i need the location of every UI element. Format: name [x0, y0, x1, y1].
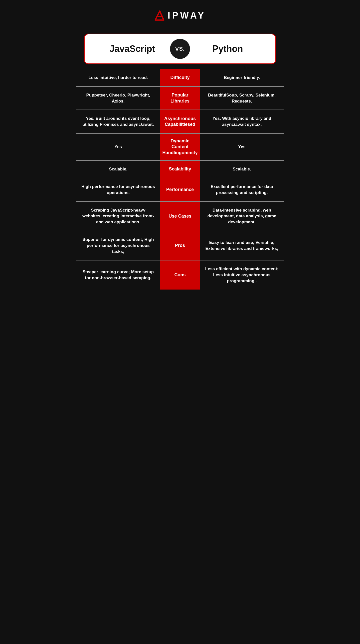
vs-text: VS.	[175, 46, 185, 52]
cell-left-8: Steeper learning curve; More setup for n…	[76, 260, 160, 289]
vs-right-label: Python	[190, 44, 265, 54]
table-row: Yes. Built around its event loop, utiliz…	[76, 110, 284, 134]
vs-circle: VS.	[170, 39, 190, 59]
cell-left-6: Scraping JavaScript-heavy websites, crea…	[76, 202, 160, 231]
cell-mid-8: Cons	[160, 260, 200, 289]
cell-mid-3: Dynamic Content Handlingonimity	[160, 134, 200, 160]
table-row: High performance for asynchronous operat…	[76, 178, 284, 202]
table-row: YesDynamic Content HandlingonimityYes	[76, 134, 284, 161]
cell-mid-7: Pros	[160, 231, 200, 260]
cell-right-2: Yes. With asyncio library and async/awai…	[200, 110, 284, 133]
cell-right-3: Yes	[200, 134, 284, 160]
cell-mid-1: Popular Libraries	[160, 87, 200, 110]
table-row: Puppeteer, Cheerio, Playwright, Axios.Po…	[76, 87, 284, 110]
cell-mid-2: Asynchronous Capabilitiesed	[160, 110, 200, 133]
table-row: Less intuitive, harder to read.Difficult…	[76, 69, 284, 87]
cell-mid-6: Use Cases	[160, 202, 200, 231]
table-row: Scalable.ScalabilityScalable.	[76, 161, 284, 178]
cell-right-1: BeautifulSoup, Scrapy, Selenium, Request…	[200, 87, 284, 110]
cell-right-5: Excellent performance for data processin…	[200, 178, 284, 201]
cell-left-0: Less intuitive, harder to read.	[76, 69, 160, 86]
cell-left-1: Puppeteer, Cheerio, Playwright, Axios.	[76, 87, 160, 110]
comparison-table: Less intuitive, harder to read.Difficult…	[76, 69, 284, 290]
table-row: Steeper learning curve; More setup for n…	[76, 260, 284, 289]
cell-left-2: Yes. Built around its event loop, utiliz…	[76, 110, 160, 133]
header: IPWAY	[76, 0, 284, 29]
cell-left-3: Yes	[76, 134, 160, 160]
cell-right-7: Easy to learn and use; Versatile; Extens…	[200, 231, 284, 260]
cell-left-5: High performance for asynchronous operat…	[76, 178, 160, 201]
logo-icon	[154, 10, 165, 21]
cell-right-8: Less efficient with dynamic content; Les…	[200, 260, 284, 289]
svg-line-1	[160, 11, 164, 20]
cell-mid-4: Scalability	[160, 161, 200, 178]
table-row: Scraping JavaScript-heavy websites, crea…	[76, 202, 284, 231]
cell-left-4: Scalable.	[76, 161, 160, 178]
cell-right-0: Beginner-friendly.	[200, 69, 284, 86]
logo-text: IPWAY	[168, 10, 206, 21]
cell-mid-0: Difficulty	[160, 69, 200, 86]
vs-container: JavaScript VS. Python	[76, 29, 284, 64]
cell-right-6: Data-intensive scraping, web development…	[200, 202, 284, 231]
cell-right-4: Scalable.	[200, 161, 284, 178]
cell-left-7: Superior for dynamic content; High perfo…	[76, 231, 160, 260]
vs-box: JavaScript VS. Python	[84, 34, 276, 64]
vs-left-label: JavaScript	[95, 44, 170, 54]
cell-mid-5: Performance	[160, 178, 200, 201]
table-row: Superior for dynamic content; High perfo…	[76, 231, 284, 260]
